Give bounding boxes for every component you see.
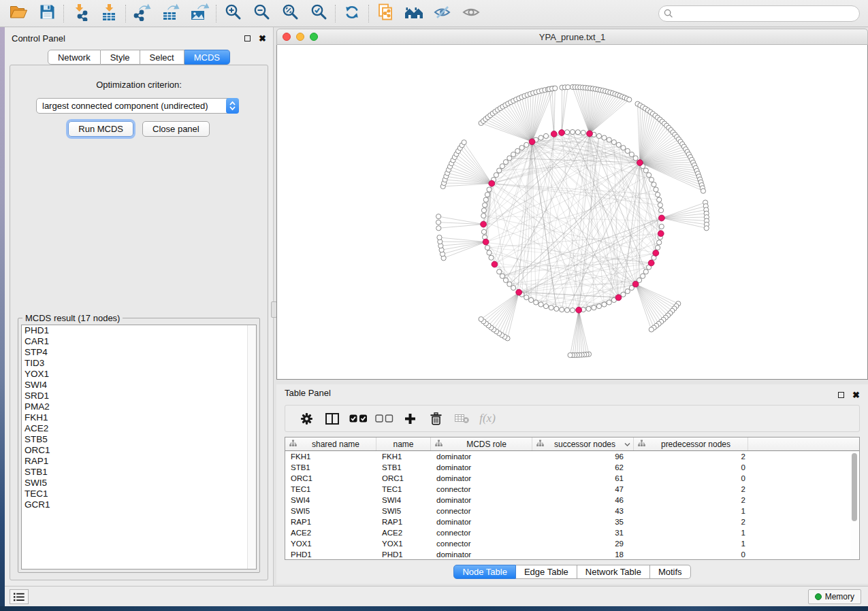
graph-node[interactable] [487,250,492,255]
column-header-name[interactable]: name [376,437,431,450]
graph-node[interactable] [581,130,585,135]
table-row[interactable]: ACE2ACE2connector311 [285,527,859,538]
graph-node[interactable] [519,146,524,150]
zoom-fit-button[interactable] [276,2,304,25]
graph-node[interactable] [611,139,616,144]
graph-node[interactable] [701,188,705,193]
graph-node[interactable] [568,352,573,357]
tab-network-table[interactable]: Network Table [577,565,650,579]
graph-mcds-node[interactable] [615,295,622,301]
graph-mcds-node[interactable] [659,215,665,221]
graph-node[interactable] [487,187,492,192]
optimization-criterion-select[interactable]: largest connected component (undirected) [36,98,239,114]
graph-node[interactable] [503,278,508,282]
graph-node[interactable] [657,240,662,245]
graph-mcds-node[interactable] [658,231,664,237]
graph-mcds-node[interactable] [653,250,659,257]
graph-node[interactable] [500,164,504,169]
graph-node[interactable] [633,156,638,161]
import-network-button[interactable] [66,2,95,25]
graph-node[interactable] [621,146,626,150]
graph-node[interactable] [483,197,488,202]
graph-node[interactable] [625,148,630,153]
graph-node[interactable] [436,220,440,225]
column-header-MCDS-role[interactable]: MCDS role [431,437,532,450]
graph-node[interactable] [479,316,483,321]
run-mcds-button[interactable]: Run MCDS [68,121,133,137]
graph-node[interactable] [436,214,441,219]
graph-node[interactable] [485,192,489,197]
graph-mcds-node[interactable] [551,131,557,137]
graph-node[interactable] [575,130,580,135]
network-canvas[interactable] [276,45,868,380]
graph-node[interactable] [539,302,543,307]
zoom-in-button[interactable] [219,2,247,25]
graph-node[interactable] [436,226,441,231]
graph-node[interactable] [625,289,630,294]
graph-node[interactable] [586,306,591,311]
tab-node-table[interactable]: Node Table [453,565,516,579]
tab-edge-table[interactable]: Edge Table [516,565,577,579]
graph-mcds-node[interactable] [559,130,565,136]
memory-button[interactable]: Memory [808,589,861,604]
show-all-button[interactable] [457,2,485,25]
table-row[interactable]: STB1STB1dominator620 [285,462,859,473]
graph-node[interactable] [539,135,543,140]
tab-motifs[interactable]: Motifs [650,565,691,579]
graph-node[interactable] [564,130,569,135]
graph-mcds-node[interactable] [637,160,643,166]
graph-node[interactable] [658,208,663,213]
graph-node[interactable] [652,182,656,187]
graph-node[interactable] [641,274,645,278]
export-table-button[interactable] [157,2,185,25]
graph-node[interactable] [524,295,529,300]
show-columns-button[interactable] [319,408,345,429]
graph-node[interactable] [566,85,570,90]
mcds-node-item[interactable]: STP4 [22,347,256,358]
mcds-node-item[interactable]: GCR1 [22,499,256,510]
deselect-all-button[interactable] [371,408,397,429]
graph-node[interactable] [503,160,508,165]
graph-node[interactable] [643,269,648,274]
float-window-icon[interactable] [244,35,251,42]
graph-mcds-node[interactable] [516,289,522,295]
graph-node[interactable] [658,203,662,208]
tab-style[interactable]: Style [101,50,140,65]
tab-mcds[interactable]: MCDS [184,50,230,65]
mcds-node-item[interactable]: YOX1 [22,369,256,380]
mcds-node-item[interactable]: RAP1 [22,456,256,467]
graph-node[interactable] [564,308,569,312]
mcds-node-item[interactable]: STB5 [22,434,256,445]
graph-node[interactable] [485,245,489,250]
table-row[interactable]: SWI4SWI4dominator462 [285,495,859,506]
table-row[interactable]: TEC1TEC1connector472 [285,484,859,495]
open-file-button[interactable] [4,2,33,25]
graph-mcds-node[interactable] [576,307,582,313]
graph-mcds-node[interactable] [492,261,498,267]
graph-mcds-node[interactable] [632,281,639,287]
add-column-button[interactable] [397,408,423,429]
first-neighbors-button[interactable] [400,2,428,25]
clone-network-button[interactable] [371,2,400,25]
graph-node[interactable] [704,226,709,231]
zoom-out-button[interactable] [247,2,276,25]
mcds-node-item[interactable]: CAR1 [22,336,256,347]
graph-node[interactable] [511,285,516,290]
graph-node[interactable] [554,306,559,311]
graph-node[interactable] [607,137,611,142]
graph-node[interactable] [494,173,498,178]
graph-node[interactable] [570,308,575,312]
graph-node[interactable] [570,129,575,134]
graph-node[interactable] [602,302,607,307]
mcds-list-scrollbar[interactable] [247,325,256,569]
mcds-node-item[interactable]: PHD1 [22,325,256,336]
graph-node[interactable] [529,297,534,302]
column-header-predecessor-nodes[interactable]: predecessor nodes [634,437,748,450]
graph-node[interactable] [560,307,564,312]
graph-node[interactable] [462,140,466,145]
graph-mcds-node[interactable] [648,260,654,266]
graph-node[interactable] [596,133,601,138]
table-close-panel-icon[interactable]: ✖ [852,392,860,398]
graph-node[interactable] [543,303,548,308]
table-scrollbar-thumb[interactable] [852,453,857,521]
